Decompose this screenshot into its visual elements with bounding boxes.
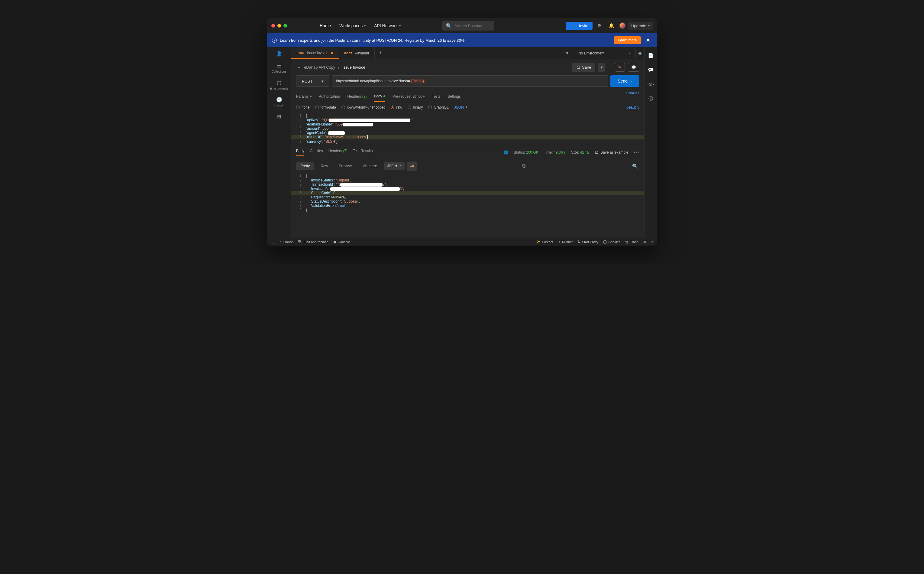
params-tab[interactable]: Params bbox=[296, 91, 311, 102]
body-type-row: none form-data x-www-form-urlencoded raw… bbox=[291, 102, 644, 112]
environments-nav[interactable]: ▢Environments bbox=[270, 80, 288, 90]
resp-headers-tab[interactable]: Headers (7) bbox=[328, 149, 347, 156]
settings-icon[interactable]: ⚙ bbox=[595, 21, 604, 30]
minimize-window[interactable] bbox=[277, 24, 281, 27]
response-header: Body Cookies Headers (7) Test Results 🌐 … bbox=[291, 145, 644, 160]
size-meta: Size: 427 B bbox=[571, 150, 589, 155]
env-quicklook-icon[interactable]: ◈ bbox=[635, 49, 644, 58]
response-format-selector[interactable]: JSON▾ bbox=[384, 162, 405, 170]
resp-cookies-tab[interactable]: Cookies bbox=[310, 149, 323, 156]
view-visualize[interactable]: Visualize bbox=[358, 162, 381, 170]
info-icon[interactable]: ⓘ bbox=[646, 94, 655, 103]
nav-forward-icon[interactable]: → bbox=[306, 22, 314, 30]
breadcrumb-parent[interactable]: eDahab API Copy bbox=[304, 65, 335, 69]
cookies-footer[interactable]: ◯Cookies bbox=[603, 240, 620, 244]
url-input[interactable]: https://edahab.net/api/api/IssueInvoice?… bbox=[332, 75, 608, 87]
notifications-icon[interactable]: 🔔 bbox=[606, 21, 617, 30]
info-icon: i bbox=[272, 38, 277, 43]
view-raw[interactable]: Raw bbox=[316, 162, 332, 170]
workspaces-nav[interactable]: Workspaces▾ bbox=[336, 22, 369, 30]
view-preview[interactable]: Preview bbox=[335, 162, 356, 170]
body-graphql[interactable]: GraphQL bbox=[428, 105, 448, 109]
home-nav[interactable]: Home bbox=[317, 22, 334, 30]
more-nav[interactable]: ⊞ bbox=[277, 114, 281, 120]
copy-response-icon[interactable]: ⧉ bbox=[521, 162, 526, 170]
raw-type-selector[interactable]: JSON▾ bbox=[454, 105, 467, 109]
new-tab-button[interactable]: + bbox=[375, 50, 387, 56]
nav-back-icon[interactable]: ← bbox=[295, 22, 303, 30]
search-icon: 🔍 bbox=[446, 23, 452, 29]
comment-icon[interactable]: 💬 bbox=[628, 63, 640, 72]
method-selector[interactable]: POST▾ bbox=[296, 75, 329, 87]
learn-more-button[interactable]: Learn more bbox=[614, 36, 641, 44]
resp-body-tab[interactable]: Body bbox=[296, 149, 304, 156]
edit-icon[interactable]: ✎ bbox=[615, 63, 625, 72]
prerequest-tab[interactable]: Pre-request Script bbox=[393, 91, 425, 102]
search-bar[interactable]: 🔍 bbox=[442, 21, 494, 30]
wrap-lines-icon[interactable]: ⇥ bbox=[407, 161, 417, 171]
request-tabs: POST Issue Invoice POST Payment + ▾ No E… bbox=[291, 47, 644, 59]
more-actions-icon[interactable]: ••• bbox=[633, 150, 640, 155]
console-toggle[interactable]: ▣Console bbox=[333, 240, 350, 244]
beautify-button[interactable]: Beautify bbox=[626, 105, 640, 109]
code-icon[interactable]: </> bbox=[645, 80, 657, 88]
help-icon[interactable]: ? bbox=[651, 240, 653, 244]
response-body-viewer[interactable]: 1{ 2 "InvoiceStatus": "Unpaid", 3 "Trans… bbox=[291, 173, 644, 213]
body-none[interactable]: none bbox=[296, 105, 310, 109]
api-network-nav[interactable]: API Network▾ bbox=[371, 22, 404, 30]
body-formdata[interactable]: form-data bbox=[315, 105, 336, 109]
upgrade-button[interactable]: Upgrade▾ bbox=[628, 22, 653, 30]
postbot[interactable]: ✨Postbot bbox=[536, 240, 553, 244]
workspace-icon[interactable]: 👤 bbox=[276, 51, 282, 57]
runner[interactable]: ▷Runner bbox=[558, 240, 573, 244]
network-icon[interactable]: 🌐 bbox=[504, 150, 508, 155]
invite-button[interactable]: 👤⁺Invite bbox=[566, 22, 592, 30]
resp-tests-tab[interactable]: Test Results bbox=[353, 149, 372, 156]
comments-icon[interactable]: 💬 bbox=[646, 65, 656, 74]
tab-payment[interactable]: POST Payment bbox=[339, 47, 375, 59]
headers-tab[interactable]: Headers (9) bbox=[347, 91, 366, 102]
view-pretty[interactable]: Pretty bbox=[296, 162, 314, 170]
start-proxy[interactable]: ⇆Start Proxy bbox=[578, 240, 598, 244]
search-response-icon[interactable]: 🔍 bbox=[631, 162, 640, 170]
breadcrumb-current: Issue Invoice bbox=[343, 65, 365, 69]
body-urlencoded[interactable]: x-www-form-urlencoded bbox=[341, 105, 385, 109]
settings-tab[interactable]: Settings bbox=[448, 91, 461, 102]
save-example-button[interactable]: 🖫Save as example bbox=[595, 150, 628, 155]
trash[interactable]: 🗑Trash bbox=[625, 240, 638, 244]
sidebar-toggle-icon[interactable]: ◫ bbox=[271, 240, 274, 244]
body-raw[interactable]: raw bbox=[391, 105, 402, 109]
request-body-editor[interactable]: 1{ 2"apiKey": "rQ0t", 3"edahabNumber": "… bbox=[291, 112, 644, 145]
documentation-icon[interactable]: 📄 bbox=[646, 51, 656, 60]
authorization-tab[interactable]: Authorization bbox=[319, 91, 340, 102]
history-nav[interactable]: 🕘History bbox=[274, 97, 284, 107]
tabs-dropdown-icon[interactable]: ▾ bbox=[562, 50, 573, 56]
http-icon: ⫘ bbox=[296, 65, 301, 70]
layout-icon[interactable]: ⊞ bbox=[643, 240, 646, 244]
online-status[interactable]: ✓Online bbox=[279, 240, 293, 244]
send-button[interactable]: Send▾ bbox=[610, 75, 640, 87]
request-section-tabs: Params Authorization Headers (9) Body Pr… bbox=[291, 91, 644, 102]
close-window[interactable] bbox=[271, 24, 275, 27]
maximize-window[interactable] bbox=[283, 24, 287, 27]
collections-nav[interactable]: 🗃Collections bbox=[272, 63, 286, 73]
cookies-link[interactable]: Cookies bbox=[626, 91, 640, 102]
close-banner-icon[interactable]: ✕ bbox=[644, 37, 652, 44]
right-sidebar: 📄 💬 </> ⓘ bbox=[644, 47, 657, 238]
breadcrumb-row: ⫘ eDahab API Copy / Issue Invoice 🖫Save … bbox=[291, 59, 644, 75]
status-meta: Status: 200 OK bbox=[514, 150, 538, 155]
search-input[interactable] bbox=[454, 24, 491, 28]
save-icon: 🖫 bbox=[595, 150, 599, 155]
tests-tab[interactable]: Tests bbox=[432, 91, 440, 102]
find-replace[interactable]: 🔍Find and replace bbox=[298, 240, 328, 244]
body-binary[interactable]: binary bbox=[408, 105, 423, 109]
promo-banner: i Learn from experts and join the Postma… bbox=[267, 33, 657, 47]
sparkle-icon: ✨ bbox=[536, 240, 541, 244]
tab-issue-invoice[interactable]: POST Issue Invoice bbox=[291, 47, 339, 59]
body-tab[interactable]: Body bbox=[374, 91, 385, 102]
user-avatar[interactable] bbox=[619, 22, 626, 29]
environment-selector[interactable]: No Environment▾ bbox=[573, 51, 635, 55]
window-controls bbox=[271, 24, 287, 27]
save-button[interactable]: 🖫Save bbox=[572, 63, 595, 72]
save-dropdown[interactable]: ▾ bbox=[598, 63, 605, 72]
